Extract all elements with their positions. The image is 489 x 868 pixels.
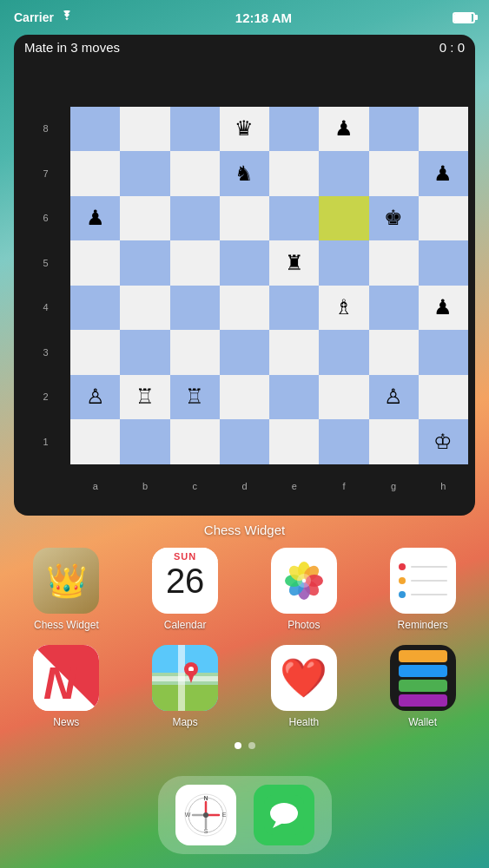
- health-icon: ❤️: [271, 645, 337, 711]
- rank-label-8: 8: [21, 107, 70, 152]
- app-icon-maps[interactable]: Maps: [133, 645, 238, 728]
- rank-label-7: 7: [21, 151, 70, 196]
- cell-h5: [419, 240, 468, 286]
- maps-icon: [152, 645, 218, 711]
- file-label-f: f: [319, 464, 368, 510]
- app-icon-chess-widget[interactable]: 👑 Chess Widget: [14, 548, 119, 631]
- calendar-day-number: 26: [166, 563, 205, 598]
- cell-g3: [369, 330, 419, 375]
- file-label-b: b: [120, 464, 169, 510]
- photos-app-label: Photos: [287, 619, 320, 631]
- app-icon-reminders[interactable]: Reminders: [370, 548, 475, 631]
- file-label-top-b: [120, 62, 169, 107]
- cell-e1: [269, 419, 319, 464]
- file-label-h: h: [419, 464, 468, 510]
- page-dot-0[interactable]: [235, 742, 241, 749]
- cell-f8: ♟: [319, 107, 368, 152]
- cell-h3: [419, 330, 468, 375]
- svg-text:N: N: [43, 658, 77, 708]
- app-icon-wallet[interactable]: Wallet: [370, 645, 475, 728]
- cell-a3: [70, 330, 120, 375]
- photos-icon: [271, 548, 337, 614]
- cell-d8: ♛: [220, 107, 269, 152]
- cell-c6: [170, 196, 220, 241]
- dock-messages-icon[interactable]: [254, 785, 314, 845]
- page-dot-1[interactable]: [248, 742, 255, 749]
- cell-e7: [269, 151, 319, 196]
- dock-safari-icon[interactable]: N S W E: [175, 785, 236, 845]
- chess-widget-icon: 👑: [33, 548, 99, 614]
- file-label-top-f: [319, 62, 368, 107]
- cell-d6: [220, 196, 269, 241]
- cell-f2: [319, 375, 368, 420]
- cell-b2: ♖: [120, 375, 169, 420]
- chess-title: Mate in 3 moves: [24, 40, 120, 55]
- file-label-a: a: [70, 464, 120, 510]
- cell-g5: [369, 240, 419, 286]
- svg-text:N: N: [203, 795, 208, 801]
- cell-f5: [319, 240, 368, 286]
- svg-text:S: S: [203, 828, 208, 834]
- cell-f4: ♗: [319, 286, 368, 331]
- cell-b5: [120, 240, 169, 286]
- cell-b1: [120, 419, 169, 464]
- svg-point-32: [270, 803, 298, 824]
- wifi-icon: [59, 10, 75, 25]
- wallet-icon: [390, 645, 456, 711]
- cell-g1: [369, 419, 419, 464]
- cell-g8: [369, 107, 419, 152]
- cell-g2: ♙: [369, 375, 419, 420]
- reminders-icon: [390, 548, 456, 614]
- cell-h7: ♟: [419, 151, 468, 196]
- app-icon-health[interactable]: ❤️ Health: [252, 645, 357, 728]
- photos-svg: [278, 555, 330, 607]
- cell-b3: [120, 330, 169, 375]
- cell-f1: [319, 419, 368, 464]
- cell-d1: [220, 419, 269, 464]
- file-label-top-d: [220, 62, 269, 107]
- cell-c2: ♖: [170, 375, 220, 420]
- file-label-top-g: [369, 62, 419, 107]
- cell-c4: [170, 286, 220, 331]
- file-label-top-h: [419, 62, 468, 107]
- cell-d4: [220, 286, 269, 331]
- cell-h2: [419, 375, 468, 420]
- cell-a5: [70, 240, 120, 286]
- cell-a2: ♙: [70, 375, 120, 420]
- file-label-top-e: [269, 62, 319, 107]
- cell-h1: ♔: [419, 419, 468, 464]
- rank-label-5: 5: [21, 240, 70, 286]
- rank-label-3: 3: [21, 330, 70, 375]
- cell-b7: [120, 151, 169, 196]
- cell-f3: [319, 330, 368, 375]
- chess-widget-label: Chess Widget: [0, 523, 489, 537]
- status-bar: Carrier 12:18 AM: [0, 0, 489, 31]
- chess-widget-container[interactable]: Mate in 3 moves 0 : 0 8♛♟7♞♟6♟♚5♜4♗♟32♙♖…: [14, 35, 475, 516]
- health-app-label: Health: [289, 716, 320, 728]
- cell-a4: [70, 286, 120, 331]
- file-label-c: c: [170, 464, 220, 510]
- cell-h6: [419, 196, 468, 241]
- chess-board: 8♛♟7♞♟6♟♚5♜4♗♟32♙♖♖♙1♔abcdefgh: [21, 62, 468, 509]
- calendar-app-label: Calendar: [164, 619, 207, 631]
- cell-c7: [170, 151, 220, 196]
- app-icon-news[interactable]: N News: [14, 645, 119, 728]
- cell-c3: [170, 330, 220, 375]
- app-icon-photos[interactable]: Photos: [252, 548, 357, 631]
- app-grid-row1: 👑 Chess Widget SUN 26 Calendar: [0, 548, 489, 631]
- svg-text:E: E: [221, 812, 226, 818]
- cell-d2: [220, 375, 269, 420]
- rank-label-2: 2: [21, 375, 70, 420]
- chess-widget-app-label: Chess Widget: [34, 619, 99, 631]
- file-label-d: d: [220, 464, 269, 510]
- status-right: [453, 12, 475, 23]
- news-app-label: News: [53, 716, 79, 728]
- cell-g6: ♚: [369, 196, 419, 241]
- app-icon-calendar[interactable]: SUN 26 Calendar: [133, 548, 238, 631]
- rank-label-6: 6: [21, 196, 70, 241]
- dock: N S W E: [158, 776, 332, 854]
- reminders-app-label: Reminders: [398, 619, 448, 631]
- cell-d5: [220, 240, 269, 286]
- cell-h4: ♟: [419, 286, 468, 331]
- cell-b6: [120, 196, 169, 241]
